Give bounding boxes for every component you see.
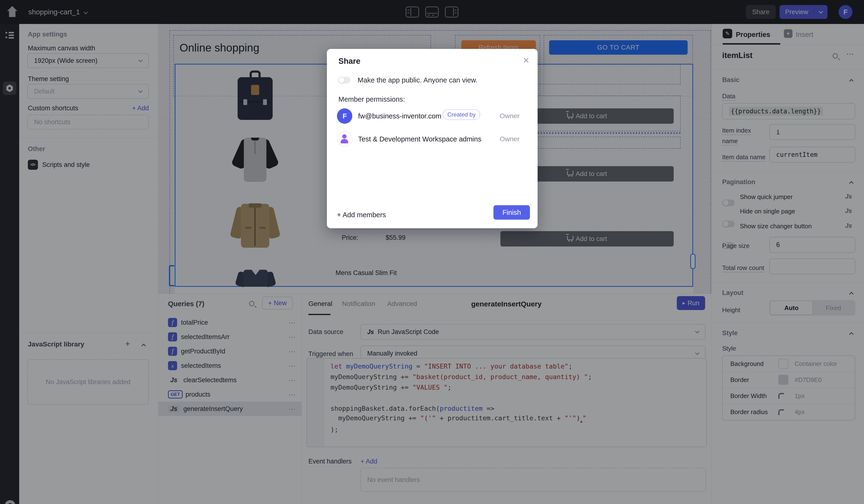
member-permissions-label: Member permissions: bbox=[338, 96, 405, 103]
share-modal-title: Share bbox=[338, 57, 360, 66]
created-by-badge: Created by bbox=[443, 109, 480, 120]
close-icon[interactable]: ✕ bbox=[523, 56, 530, 65]
member-role[interactable]: Owner bbox=[500, 135, 519, 143]
member-role[interactable]: Owner bbox=[500, 112, 519, 120]
share-modal: Share ✕ Make the app public. Anyone can … bbox=[327, 49, 538, 228]
finish-button[interactable]: Finish bbox=[493, 205, 530, 220]
add-members-link[interactable]: + Add members bbox=[337, 211, 386, 219]
person-icon bbox=[337, 131, 352, 147]
member-avatar: F bbox=[337, 108, 352, 124]
group-avatar bbox=[337, 131, 352, 147]
member-name: Test & Development Workspace admins bbox=[358, 135, 481, 143]
make-public-toggle[interactable] bbox=[338, 77, 350, 84]
make-public-label: Make the app public. Anyone can view. bbox=[358, 76, 478, 84]
member-name: fw@business-inventor.com bbox=[358, 112, 441, 120]
